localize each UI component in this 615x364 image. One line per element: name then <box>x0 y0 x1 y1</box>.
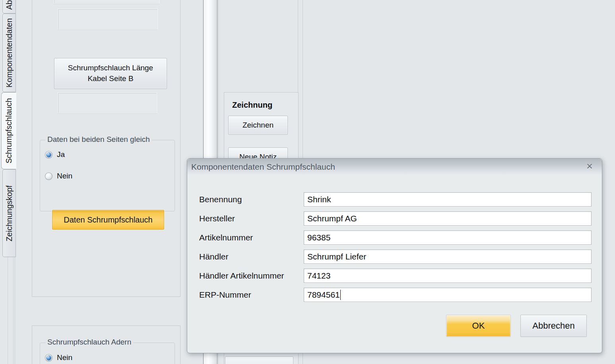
abbrechen-button-label: Abbrechen <box>532 321 574 331</box>
erp-nummer-label: ERP-Nummer <box>199 288 251 302</box>
value-box-1[interactable] <box>58 9 158 29</box>
benennung-label: Benennung <box>199 192 242 207</box>
radio-ja-circle[interactable] <box>45 151 52 159</box>
sides-groupbox: Daten bei beiden Seiten gleich Ja Nein <box>40 140 175 211</box>
zeichnen-button[interactable]: Zeichnen <box>228 116 288 135</box>
artikelnummer-value: 96385 <box>307 233 330 242</box>
haendler-input[interactable]: Schrumpf Liefer <box>304 250 592 264</box>
close-icon[interactable]: ✕ <box>584 161 595 172</box>
tab-abr-label: Abr <box>5 0 14 10</box>
hersteller-input[interactable]: Schrumpf AG <box>304 211 592 226</box>
laenge-kabel-seite-b-button[interactable]: Schrumpfschlauch Länge Kabel Seite B <box>54 58 167 89</box>
sides-groupbox-title: Daten bei beiden Seiten gleich <box>45 135 152 144</box>
tabstrip-lower-line <box>13 256 14 364</box>
benennung-value: Shrink <box>307 195 331 204</box>
tab-zeichnungskopf-label: Zeichnungskopf <box>5 185 14 241</box>
ok-button-label: OK <box>472 321 485 331</box>
tab-abr[interactable]: Abr <box>2 0 16 14</box>
tab-komponentendaten[interactable]: Komponentendaten <box>2 14 16 92</box>
komponentendaten-dialog: Komponentendaten Schrumpfschlauch ✕ Bene… <box>187 158 602 353</box>
hersteller-value: Schrumpf AG <box>307 214 357 223</box>
bottom-partial-button[interactable] <box>225 356 293 364</box>
adern-groupbox: Schrumpfschlauch Adern Nein <box>40 343 175 364</box>
hersteller-label: Hersteller <box>199 211 235 226</box>
abbrechen-button[interactable]: Abbrechen <box>520 315 587 337</box>
radio-adern-nein-circle[interactable] <box>45 354 52 362</box>
tab-schrumpfschlauch-label: Schrumpfschlauch <box>4 98 14 164</box>
haendler-label: Händler <box>199 250 229 264</box>
erp-nummer-input[interactable]: 7894561 <box>304 288 592 302</box>
radio-ja-label: Ja <box>57 150 65 159</box>
radio-adern-nein-label: Nein <box>57 353 72 362</box>
zeichnung-panel-title: Zeichnung <box>232 101 272 110</box>
dialog-titlebar: Komponentendaten Schrumpfschlauch ✕ <box>187 159 602 175</box>
artikelnummer-label: Artikelnummer <box>199 230 253 245</box>
haendler-value: Schrumpf Liefer <box>307 252 366 261</box>
value-box-top-partial[interactable] <box>54 0 159 4</box>
tabstrip-lower-line <box>8 256 8 364</box>
haendler-artikelnummer-value: 74123 <box>307 271 330 281</box>
laenge-kabel-seite-b-label: Schrumpfschlauch Länge Kabel Seite B <box>58 63 163 84</box>
radio-nein[interactable]: Nein <box>45 172 72 180</box>
tab-schrumpfschlauch[interactable]: Schrumpfschlauch <box>1 92 16 169</box>
tab-zeichnungskopf[interactable]: Zeichnungskopf <box>2 169 16 257</box>
erp-nummer-value: 7894561 <box>307 290 340 300</box>
haendler-artikelnummer-label: Händler Artikelnummer <box>199 269 284 283</box>
dialog-title: Komponentendaten Schrumpfschlauch <box>191 159 335 175</box>
ok-button[interactable]: OK <box>446 315 511 337</box>
tab-komponentendaten-label: Komponentendaten <box>5 18 14 88</box>
value-box-2[interactable] <box>58 93 157 113</box>
artikelnummer-input[interactable]: 96385 <box>304 230 592 245</box>
haendler-artikelnummer-input[interactable]: 74123 <box>304 269 592 283</box>
radio-adern-nein[interactable]: Nein <box>45 353 72 362</box>
adern-groupbox-title: Schrumpfschlauch Adern <box>45 338 133 347</box>
text-caret <box>340 290 341 300</box>
radio-ja[interactable]: Ja <box>45 150 65 159</box>
daten-schrumpfschlauch-label: Daten Schrumpfschlauch <box>64 215 152 225</box>
radio-nein-label: Nein <box>57 172 72 180</box>
daten-schrumpfschlauch-button[interactable]: Daten Schrumpfschlauch <box>52 210 164 230</box>
radio-nein-circle[interactable] <box>45 172 52 180</box>
zeichnen-button-label: Zeichnen <box>243 121 274 130</box>
benennung-input[interactable]: Shrink <box>304 192 592 207</box>
